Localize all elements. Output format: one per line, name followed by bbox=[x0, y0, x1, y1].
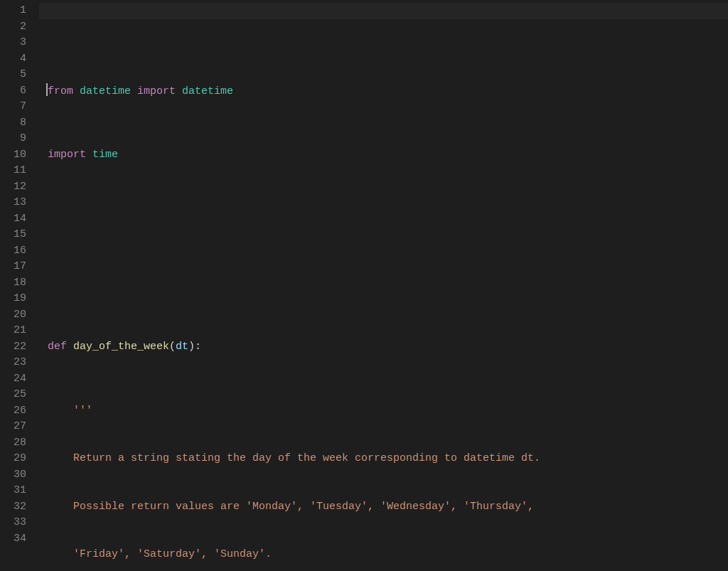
docstring: 'Friday', 'Saturday', 'Sunday'. bbox=[48, 548, 272, 560]
code-line[interactable]: def day_of_the_week(dt): bbox=[48, 339, 728, 356]
line-number: 3 bbox=[0, 35, 39, 51]
paren: ( bbox=[169, 341, 176, 353]
line-number: 4 bbox=[0, 51, 39, 68]
line-number: 19 bbox=[0, 291, 39, 307]
line-number: 12 bbox=[0, 179, 39, 196]
code-line[interactable]: import time bbox=[48, 147, 728, 164]
line-number: 1 bbox=[0, 3, 39, 19]
line-number: 24 bbox=[0, 371, 39, 388]
code-line[interactable]: ''' bbox=[48, 403, 728, 420]
code-line[interactable]: Possible return values are 'Monday', 'Tu… bbox=[48, 499, 728, 516]
line-number: 32 bbox=[0, 499, 39, 516]
code-line[interactable]: 'Friday', 'Saturday', 'Sunday'. bbox=[48, 547, 728, 563]
line-number: 6 bbox=[0, 83, 39, 100]
keyword-import: import bbox=[48, 149, 86, 161]
code-line[interactable] bbox=[48, 211, 728, 228]
line-number: 2 bbox=[0, 19, 39, 36]
line-number: 22 bbox=[0, 339, 39, 356]
code-line[interactable]: Return a string stating the day of the w… bbox=[48, 451, 728, 467]
docstring: ''' bbox=[48, 405, 92, 417]
param-dt: dt bbox=[176, 341, 188, 353]
line-number: 15 bbox=[0, 227, 39, 243]
line-number: 16 bbox=[0, 243, 39, 260]
code-editor[interactable]: 1234567891011121314151617181920212223242… bbox=[0, 0, 728, 571]
line-number: 8 bbox=[0, 115, 39, 132]
line-number-gutter: 1234567891011121314151617181920212223242… bbox=[0, 0, 39, 571]
symbol-datetime: datetime bbox=[182, 85, 233, 97]
line-number: 29 bbox=[0, 451, 39, 467]
docstring: Return a string stating the day of the w… bbox=[48, 452, 540, 464]
line-number: 27 bbox=[0, 419, 39, 435]
line-number: 5 bbox=[0, 67, 39, 83]
line-number: 33 bbox=[0, 515, 39, 531]
code-area[interactable]: from datetime import datetime import tim… bbox=[39, 0, 728, 571]
current-line-highlight bbox=[39, 3, 728, 19]
line-number: 9 bbox=[0, 131, 39, 147]
module-datetime: datetime bbox=[80, 85, 131, 97]
line-number: 25 bbox=[0, 387, 39, 403]
line-number: 28 bbox=[0, 435, 39, 452]
line-number: 31 bbox=[0, 483, 39, 499]
line-number: 18 bbox=[0, 275, 39, 292]
keyword-from: from bbox=[48, 85, 73, 97]
paren-colon: ): bbox=[188, 341, 201, 353]
line-number: 20 bbox=[0, 307, 39, 324]
line-number: 21 bbox=[0, 323, 39, 339]
line-number: 23 bbox=[0, 355, 39, 371]
code-line[interactable] bbox=[48, 275, 728, 292]
keyword-import: import bbox=[137, 85, 176, 97]
line-number: 11 bbox=[0, 163, 39, 179]
module-time: time bbox=[92, 149, 118, 161]
line-number: 26 bbox=[0, 403, 39, 420]
line-number: 10 bbox=[0, 147, 39, 164]
line-number: 34 bbox=[0, 531, 39, 548]
line-number: 30 bbox=[0, 467, 39, 484]
docstring: Possible return values are 'Monday', 'Tu… bbox=[48, 501, 534, 513]
code-line[interactable]: from datetime import datetime bbox=[48, 83, 728, 100]
line-number: 14 bbox=[0, 211, 39, 228]
function-name: day_of_the_week bbox=[73, 341, 169, 353]
line-number: 13 bbox=[0, 195, 39, 211]
keyword-def: def bbox=[48, 341, 67, 353]
line-number: 7 bbox=[0, 99, 39, 115]
line-number: 17 bbox=[0, 259, 39, 275]
